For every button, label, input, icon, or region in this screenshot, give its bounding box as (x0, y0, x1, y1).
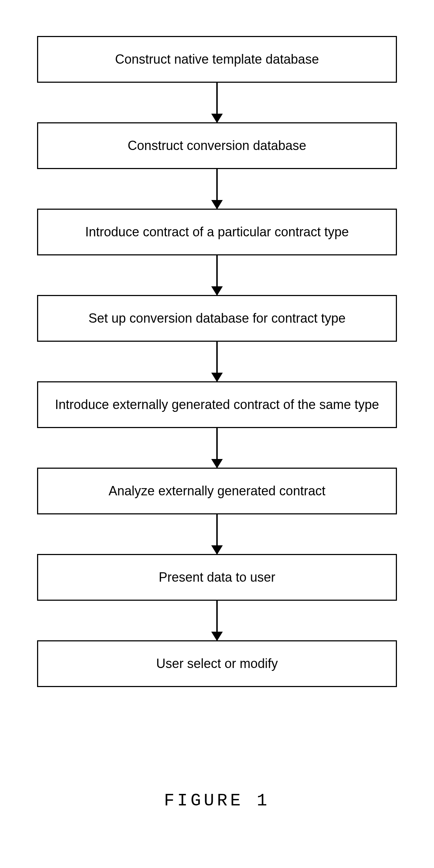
step-label: Set up conversion database for contract … (89, 311, 345, 326)
flowchart-step: Construct native template database (37, 36, 397, 83)
arrow-down-icon (216, 169, 218, 209)
step-label: Present data to user (159, 570, 275, 585)
flowchart-step: Construct conversion database (37, 122, 397, 169)
step-label: Construct conversion database (128, 138, 306, 153)
flowchart-step: Analyze externally generated contract (37, 468, 397, 514)
step-label: Construct native template database (115, 52, 319, 67)
flowchart-step: Present data to user (37, 554, 397, 601)
flowchart-step: Set up conversion database for contract … (37, 295, 397, 342)
arrow-down-icon (216, 342, 218, 381)
flowchart-step: Introduce externally generated contract … (37, 381, 397, 428)
flowchart-container: Construct native template database Const… (37, 36, 397, 687)
step-label: Introduce externally generated contract … (55, 397, 379, 412)
arrow-down-icon (216, 601, 218, 640)
step-label: Introduce contract of a particular contr… (85, 224, 349, 240)
arrow-down-icon (216, 514, 218, 554)
step-label: Analyze externally generated contract (109, 483, 325, 499)
figure-caption: FIGURE 1 (164, 791, 270, 810)
step-label: User select or modify (156, 656, 278, 671)
arrow-down-icon (216, 255, 218, 295)
arrow-down-icon (216, 428, 218, 468)
arrow-down-icon (216, 83, 218, 122)
flowchart-step: Introduce contract of a particular contr… (37, 209, 397, 255)
flowchart-step: User select or modify (37, 640, 397, 687)
